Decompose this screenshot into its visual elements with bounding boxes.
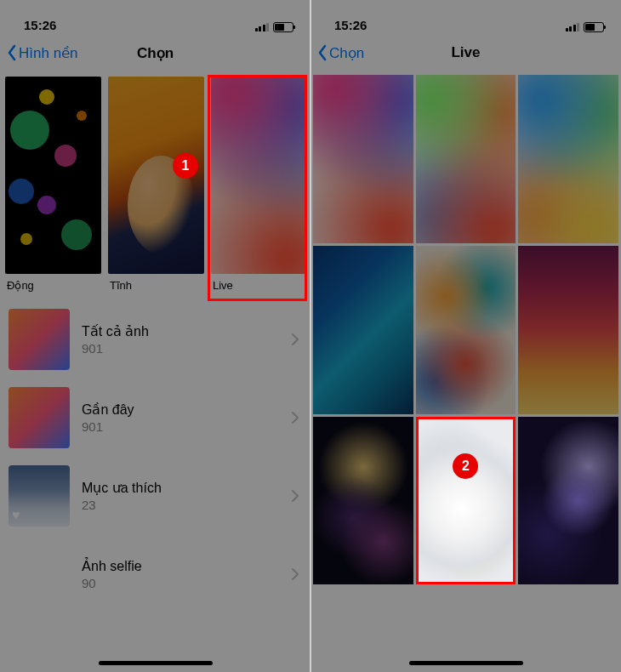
- signal-icon: [566, 23, 580, 31]
- album-recents[interactable]: Gần đây 901: [0, 379, 310, 457]
- wallpaper-item[interactable]: [416, 246, 516, 414]
- album-count: 901: [82, 419, 280, 434]
- chevron-right-icon: [292, 412, 299, 424]
- chevron-left-icon: [7, 44, 17, 61]
- chevron-right-icon: [292, 568, 299, 580]
- category-thumb: [5, 77, 101, 274]
- album-list: Tất cả ảnh 901 Gần đây 901 ♥ Mục ưa thíc…: [0, 300, 310, 613]
- nav-bar: Chọn Live: [310, 34, 621, 71]
- album-count: 901: [82, 341, 280, 356]
- battery-icon: [273, 22, 293, 32]
- category-row: Động Tĩnh Live: [0, 71, 310, 297]
- nav-bar: Hình nền Chọn: [0, 34, 310, 71]
- category-label: Động: [5, 274, 101, 297]
- chevron-left-icon: [317, 44, 328, 61]
- status-icons: [566, 22, 605, 32]
- heart-icon: ♥: [12, 508, 20, 523]
- home-indicator[interactable]: [409, 661, 523, 665]
- status-time: 15:26: [24, 18, 56, 32]
- screen-live-wallpapers: 15:26 Chọn Live 2: [310, 0, 621, 672]
- album-name: Gần đây: [82, 401, 280, 418]
- signal-icon: [255, 23, 270, 31]
- album-name: Mục ưa thích: [82, 480, 280, 496]
- status-bar: 15:26: [0, 0, 310, 34]
- status-icons: [255, 22, 294, 32]
- album-selfies[interactable]: Ảnh selfie 90: [0, 535, 310, 613]
- back-label: Hình nền: [19, 44, 78, 62]
- album-thumb: [9, 387, 70, 448]
- screenshot-divider: [310, 0, 311, 672]
- album-count: 90: [82, 576, 280, 590]
- step-badge-2: 2: [453, 453, 478, 479]
- wallpaper-item[interactable]: [416, 75, 516, 243]
- album-name: Ảnh selfie: [82, 558, 280, 574]
- album-count: 23: [82, 498, 280, 512]
- album-thumb: [9, 544, 70, 605]
- back-button[interactable]: Hình nền: [7, 44, 78, 62]
- album-all-photos[interactable]: Tất cả ảnh 901: [0, 300, 310, 379]
- category-live[interactable]: Live: [211, 77, 307, 297]
- step-badge-1: 1: [173, 153, 198, 179]
- chevron-right-icon: [292, 490, 299, 502]
- wallpaper-item[interactable]: [313, 246, 413, 414]
- wallpaper-item[interactable]: [518, 75, 618, 243]
- chevron-right-icon: [292, 333, 299, 345]
- status-time: 15:26: [334, 18, 367, 32]
- album-name: Tất cả ảnh: [82, 323, 280, 339]
- category-dynamic[interactable]: Động: [5, 77, 101, 297]
- back-button[interactable]: Chọn: [317, 44, 364, 62]
- battery-icon: [584, 22, 604, 32]
- screen-choose-wallpaper: 15:26 Hình nền Chọn Động: [0, 0, 310, 672]
- category-static[interactable]: Tĩnh: [108, 77, 204, 297]
- wallpaper-item[interactable]: [313, 417, 413, 585]
- category-thumb: [211, 77, 307, 274]
- back-label: Chọn: [329, 44, 364, 62]
- wallpaper-item[interactable]: [518, 246, 618, 414]
- wallpaper-item[interactable]: [518, 417, 618, 585]
- wallpaper-item[interactable]: [313, 75, 413, 243]
- album-thumb: ♥: [9, 465, 70, 527]
- status-bar: 15:26: [310, 0, 621, 34]
- category-label: Live: [211, 274, 307, 297]
- category-label: Tĩnh: [108, 274, 204, 297]
- wallpaper-item-highlighted[interactable]: 2: [416, 417, 516, 585]
- album-favorites[interactable]: ♥ Mục ưa thích 23: [0, 457, 310, 535]
- wallpaper-grid: 2: [310, 71, 621, 584]
- album-thumb: [9, 309, 70, 370]
- home-indicator[interactable]: [99, 661, 213, 665]
